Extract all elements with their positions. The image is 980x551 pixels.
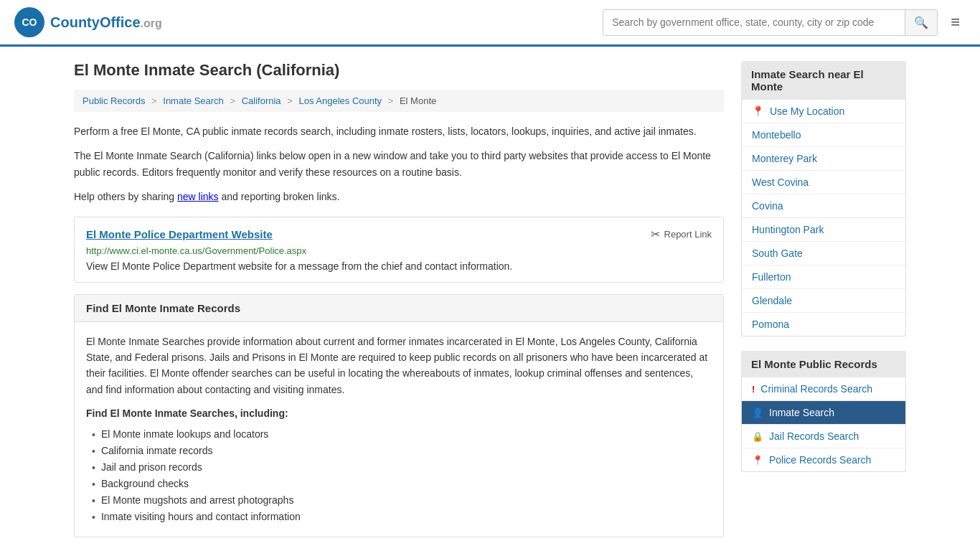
bullet-list: El Monte inmate lookups and locators Cal… [86, 426, 712, 525]
list-item: Background checks [92, 476, 712, 492]
sidebar-police-records[interactable]: 📍 Police Records Search [742, 448, 905, 471]
list-item: El Monte inmate lookups and locators [92, 426, 712, 443]
logo-area: CO CountyOffice.org [14, 7, 162, 37]
sidebar-location-montebello[interactable]: Montebello [742, 123, 905, 147]
list-item: Inmate visiting hours and contact inform… [92, 509, 712, 525]
exclamation-icon: ! [752, 384, 755, 395]
sidebar-nearby-list: 📍 Use My Location Montebello Monterey Pa… [741, 100, 906, 336]
link-card-title[interactable]: El Monte Police Department Website [86, 228, 273, 240]
breadcrumb-california[interactable]: California [242, 95, 281, 106]
search-box: 🔍 [603, 9, 938, 36]
sidebar-jail-records[interactable]: 🔒 Jail Records Search [742, 425, 905, 448]
new-links-link[interactable]: new links [177, 191, 219, 202]
main-container: El Monte Inmate Search (California) Publ… [60, 47, 920, 551]
sidebar-nearby-section: Inmate Search near El Monte 📍 Use My Loc… [741, 61, 906, 336]
sidebar-location-pomona[interactable]: Pomona [742, 313, 905, 336]
content-area: El Monte Inmate Search (California) Publ… [74, 61, 724, 537]
list-item: California inmate records [92, 443, 712, 459]
sidebar-location-monterey-park[interactable]: Monterey Park [742, 147, 905, 171]
search-button[interactable]: 🔍 [905, 10, 937, 35]
breadcrumb-public-records[interactable]: Public Records [83, 95, 145, 106]
sidebar-location-west-covina[interactable]: West Covina [742, 171, 905, 194]
breadcrumb-sep-1: > [151, 95, 157, 106]
intro-p3: Help others by sharing new links and rep… [74, 189, 724, 204]
sidebar-public-records-list: ! Criminal Records Search 👤 Inmate Searc… [741, 377, 906, 472]
sidebar-use-my-location[interactable]: 📍 Use My Location [742, 100, 905, 123]
use-my-location-link[interactable]: Use My Location [770, 105, 844, 117]
report-icon: ✂ [651, 227, 660, 241]
breadcrumb-sep-3: > [287, 95, 293, 106]
link-url[interactable]: http://www.ci.el-monte.ca.us/Government/… [86, 245, 712, 256]
logo-text: CountyOffice.org [50, 14, 162, 31]
find-section-subheader: Find El Monte Inmate Searches, including… [86, 408, 712, 419]
breadcrumb-sep-2: > [230, 95, 235, 106]
sidebar-location-covina[interactable]: Covina [742, 194, 905, 218]
breadcrumb-los-angeles[interactable]: Los Angeles County [298, 95, 382, 106]
list-item: Jail and prison records [92, 459, 712, 476]
sidebar-public-records-section: El Monte Public Records ! Criminal Recor… [741, 351, 906, 472]
intro-p2: The El Monte Inmate Search (California) … [74, 148, 724, 180]
svg-text:CO: CO [22, 17, 37, 28]
find-section-header: Find El Monte Inmate Records [75, 295, 723, 322]
link-card-header: El Monte Police Department Website ✂ Rep… [86, 227, 712, 241]
sidebar-inmate-search-label: Inmate Search [769, 407, 834, 418]
link-card: El Monte Police Department Website ✂ Rep… [74, 217, 724, 283]
link-description: View El Monte Police Department website … [86, 260, 712, 272]
sidebar-location-fullerton[interactable]: Fullerton [742, 265, 905, 289]
police-icon: 📍 [752, 455, 763, 466]
find-section-body-text: El Monte Inmate Searches provide informa… [86, 334, 712, 398]
sidebar-criminal-records[interactable]: ! Criminal Records Search [742, 377, 905, 401]
sidebar-location-glendale[interactable]: Glendale [742, 289, 905, 313]
sidebar: Inmate Search near El Monte 📍 Use My Loc… [741, 61, 906, 537]
sidebar-nearby-title: Inmate Search near El Monte [741, 61, 906, 100]
page-title: El Monte Inmate Search (California) [74, 61, 724, 80]
intro-p3-post: and reporting broken links. [219, 191, 340, 202]
sidebar-location-huntington-park[interactable]: Huntington Park [742, 218, 905, 242]
lock-icon: 🔒 [752, 431, 763, 442]
find-section: Find El Monte Inmate Records El Monte In… [74, 294, 724, 538]
sidebar-inmate-search[interactable]: 👤 Inmate Search [742, 401, 905, 425]
breadcrumb-sep-4: > [388, 95, 394, 106]
logo-icon: CO [14, 7, 44, 37]
menu-button[interactable]: ≡ [945, 11, 966, 33]
breadcrumb-el-monte: El Monte [400, 95, 436, 106]
sidebar-public-records-title: El Monte Public Records [741, 351, 906, 377]
find-section-body: El Monte Inmate Searches provide informa… [75, 322, 723, 537]
breadcrumb: Public Records > Inmate Search > Califor… [74, 90, 724, 112]
breadcrumb-inmate-search[interactable]: Inmate Search [163, 95, 224, 106]
person-icon: 👤 [752, 408, 763, 418]
intro-p3-pre: Help others by sharing [74, 191, 177, 202]
list-item: El Monte mugshots and arrest photographs [92, 492, 712, 509]
search-input[interactable] [603, 11, 905, 34]
report-label: Report Link [664, 229, 712, 240]
header: CO CountyOffice.org 🔍 ≡ [0, 0, 980, 47]
location-pin-icon: 📍 [752, 105, 764, 117]
report-link-button[interactable]: ✂ Report Link [651, 227, 712, 241]
intro-p1: Perform a free El Monte, CA public inmat… [74, 123, 724, 139]
menu-icon: ≡ [951, 13, 960, 31]
sidebar-location-south-gate[interactable]: South Gate [742, 242, 905, 265]
search-area: 🔍 ≡ [603, 9, 966, 36]
search-icon: 🔍 [914, 17, 928, 29]
